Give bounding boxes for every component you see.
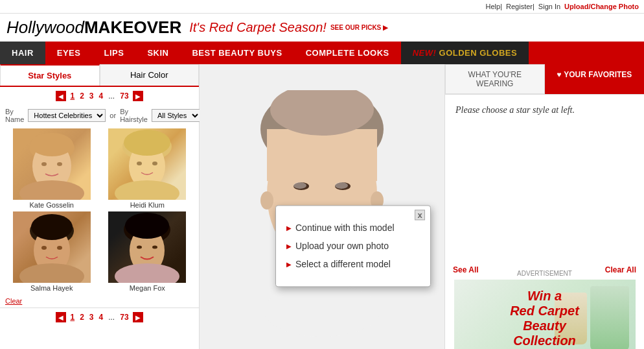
see-picks[interactable]: SEE OUR PICKS ▶	[330, 24, 388, 31]
svg-point-31	[335, 182, 348, 189]
style-tabs: Star Styles Hair Color	[0, 64, 199, 87]
next-page-button[interactable]: ▶	[133, 91, 143, 101]
left-panel: Star Styles Hair Color ◀ 1 2 3 4 ... 73 …	[0, 64, 200, 349]
svg-point-2	[30, 133, 73, 156]
svg-point-5	[19, 180, 84, 200]
upload-link[interactable]: Upload/Change Photo	[564, 3, 639, 10]
b-page-3[interactable]: 3	[88, 313, 95, 322]
page-1[interactable]: 1	[69, 91, 76, 101]
by-hairstyle-label: By Hairstyle	[120, 108, 148, 123]
svg-point-8	[124, 130, 170, 156]
popup-option-upload[interactable]: ▶ Upload your own photo	[286, 237, 415, 255]
b-page-1[interactable]: 1	[69, 313, 76, 322]
clear-link[interactable]: Clear	[0, 295, 199, 307]
star-grid: Kate Gosselin Heidi Klum	[0, 126, 199, 295]
tab-star-styles[interactable]: Star Styles	[0, 64, 100, 86]
popup-dialog: x ▶ Continue with this model ▶ Upload yo…	[275, 205, 431, 287]
popup-option-continue[interactable]: ▶ Continue with this model	[286, 219, 415, 237]
svg-point-30	[293, 182, 306, 189]
tab-favorites[interactable]: ♥YOUR FAVORITES	[545, 64, 645, 94]
b-page-2[interactable]: 2	[78, 313, 86, 322]
nav-hair[interactable]: HAIR	[0, 42, 45, 64]
nav-eyes[interactable]: EYES	[45, 42, 93, 64]
page-73[interactable]: 73	[119, 91, 130, 101]
svg-point-11	[115, 180, 179, 200]
logo-makeover: MAKEOVER	[84, 18, 181, 38]
prev-page-bottom-button[interactable]: ◀	[56, 312, 66, 322]
pagination-bottom: ◀ 1 2 3 4 ... 73 ▶	[0, 307, 199, 326]
svg-point-3	[41, 162, 47, 166]
popup-continue-label: Continue with this model	[295, 223, 395, 233]
or-label: or	[109, 112, 116, 119]
right-panel: WHAT YOU'RE WEARING ♥YOUR FAVORITES Plea…	[444, 64, 644, 349]
svg-point-10	[152, 162, 157, 165]
svg-point-4	[57, 162, 62, 166]
page-4[interactable]: 4	[98, 91, 105, 101]
next-page-bottom-button[interactable]: ▶	[133, 312, 143, 322]
ad-section: ADVERTISEMENT Win aRed CarpetBeautyColle…	[445, 267, 644, 349]
b-page-4[interactable]: 4	[98, 313, 105, 322]
kate-gosselin-name: Kate Gosselin	[5, 201, 98, 209]
popup-upload-label: Upload your own photo	[295, 241, 389, 251]
popup-option-different[interactable]: ▶ Select a different model	[286, 255, 415, 273]
header: Hollywood MAKEOVER It's Red Carpet Seaso…	[0, 14, 644, 42]
page-2[interactable]: 2	[78, 91, 86, 101]
star-kate-gosselin[interactable]: Kate Gosselin	[5, 128, 98, 209]
tab-hair-color[interactable]: Hair Color	[100, 64, 200, 86]
page-3[interactable]: 3	[88, 91, 95, 101]
star-heidi-klum[interactable]: Heidi Klum	[101, 128, 194, 209]
nav-best-beauty[interactable]: BEST BEAUTY BUYS	[180, 42, 293, 64]
star-salma-hayek[interactable]: Salma Hayek	[5, 211, 98, 292]
svg-point-14	[31, 214, 73, 240]
svg-point-20	[125, 213, 169, 239]
page-ellipsis: ...	[107, 91, 116, 101]
main-content: Star Styles Hair Color ◀ 1 2 3 4 ... 73 …	[0, 64, 644, 349]
by-name-label: By Name	[5, 108, 24, 123]
pagination-top: ◀ 1 2 3 4 ... 73 ▶	[0, 87, 199, 105]
help-link[interactable]: Help	[486, 3, 501, 10]
arrow-icon-2: ▶	[286, 243, 292, 250]
nav-lips[interactable]: LIPS	[92, 42, 135, 64]
sign-in-link[interactable]: Sign In	[538, 3, 560, 10]
popup-different-label: Select a different model	[295, 259, 391, 269]
svg-point-15	[41, 246, 47, 250]
svg-point-21	[137, 246, 142, 249]
svg-point-34	[264, 285, 380, 337]
heart-icon: ♥	[557, 70, 561, 79]
b-page-73[interactable]: 73	[119, 313, 130, 322]
svg-rect-26	[267, 129, 377, 181]
filter-row: By Name Hottest Celebrities or By Hairst…	[0, 105, 199, 126]
nav-golden-globes[interactable]: NEW! GOLDEN GLOBES	[401, 42, 529, 64]
ad-label: ADVERTISEMENT	[453, 270, 636, 277]
svg-point-35	[260, 191, 273, 210]
ad-text: Win aRed CarpetBeautyCollection	[510, 289, 579, 348]
nav-skin[interactable]: SKIN	[135, 42, 180, 64]
name-dropdown[interactable]: Hottest Celebrities	[28, 109, 106, 122]
register-link[interactable]: Register	[506, 3, 533, 10]
hairstyle-dropdown[interactable]: All Styles	[152, 109, 201, 122]
arrow-icon-3: ▶	[286, 261, 292, 268]
tagline: It's Red Carpet Season!	[189, 20, 327, 35]
popup-close-button[interactable]: x	[415, 210, 425, 220]
logo-hollywood: Hollywood	[6, 18, 84, 38]
center-panel: x ▶ Continue with this model ▶ Upload yo…	[200, 64, 444, 349]
top-bar: Help | Register | Sign In Upload/Change …	[0, 0, 644, 14]
megan-fox-name: Megan Fox	[101, 284, 194, 292]
svg-point-22	[152, 246, 157, 249]
svg-point-17	[19, 263, 84, 283]
separator1: |	[500, 3, 502, 10]
svg-point-23	[115, 263, 179, 283]
new-tag: NEW!	[413, 48, 437, 58]
heidi-klum-name: Heidi Klum	[101, 201, 194, 209]
right-empty-message: Please choose a star style at left.	[445, 95, 644, 126]
tab-what-wearing[interactable]: WHAT YOU'RE WEARING	[445, 64, 545, 94]
nav-bar: HAIR EYES LIPS SKIN BEST BEAUTY BUYS COM…	[0, 42, 644, 64]
star-megan-fox[interactable]: Megan Fox	[101, 211, 194, 292]
separator2: |	[533, 3, 535, 10]
ad-box: Win aRed CarpetBeautyCollection	[454, 280, 636, 349]
b-page-ellipsis: ...	[107, 313, 116, 322]
favorites-label: YOUR FAVORITES	[564, 70, 632, 79]
right-tabs: WHAT YOU'RE WEARING ♥YOUR FAVORITES	[445, 64, 644, 95]
prev-page-button[interactable]: ◀	[56, 91, 66, 101]
nav-complete-looks[interactable]: COMPLETE LOOKS	[294, 42, 401, 64]
